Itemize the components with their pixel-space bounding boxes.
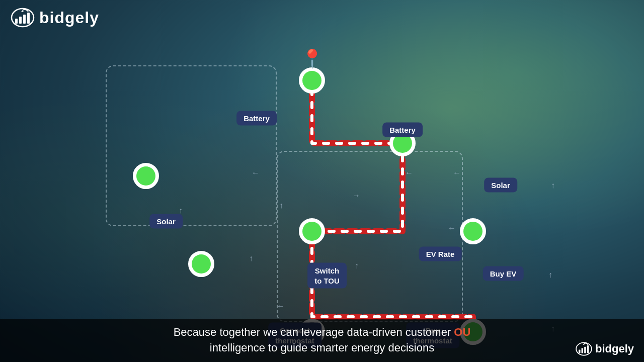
logo-br-icon	[575, 342, 593, 356]
logo-icon	[10, 8, 35, 28]
arrow-6: ↑	[279, 201, 283, 210]
arrow-9: ↑	[249, 254, 253, 263]
label-battery-left: Battery	[236, 111, 277, 126]
logo-br-text: bidgely	[595, 342, 634, 355]
label-solar-left: Solar	[149, 214, 183, 229]
arrow-1: ←	[252, 168, 260, 177]
svg-rect-8	[584, 347, 586, 353]
subtitle-line1: Because together we can leverage data-dr…	[174, 326, 454, 338]
label-switch-tou: Switchto TOU	[307, 263, 347, 289]
arrow-7: ↑	[355, 261, 359, 270]
svg-rect-9	[587, 345, 589, 353]
arrow-8: ←	[277, 302, 285, 311]
arrow-2: →	[352, 191, 360, 200]
node-left1-inner	[136, 166, 155, 186]
node-top	[299, 67, 325, 94]
svg-rect-1	[15, 19, 18, 24]
svg-rect-2	[19, 17, 22, 24]
node-right-mid-inner	[463, 222, 482, 241]
node-left2-inner	[192, 254, 211, 274]
svg-rect-7	[582, 348, 584, 353]
arrow-10: ↑	[551, 181, 555, 190]
location-pin: 📍	[301, 48, 324, 69]
dashed-box-left	[106, 65, 277, 226]
subtitle-text: Because together we can leverage data-dr…	[10, 325, 634, 356]
label-solar-right: Solar	[484, 178, 517, 193]
label-battery-right: Battery	[382, 123, 423, 137]
arrow-4: ←	[453, 168, 461, 177]
map-container: 📍 Battery Battery Solar Solar Switchto T…	[80, 35, 564, 337]
node-left1	[133, 163, 159, 189]
subtitle-line2: intelligence to guide smarter energy dec…	[210, 341, 434, 354]
subtitle-highlight: OU	[454, 326, 470, 338]
logo-topleft: bidgely	[10, 8, 99, 28]
node-right-mid	[460, 218, 486, 244]
svg-rect-4	[27, 13, 30, 24]
label-buy-ev: Buy EV	[483, 266, 524, 281]
arrow-12: ↑	[548, 270, 552, 280]
node-top-inner	[302, 71, 321, 90]
logo-text: bidgely	[39, 9, 99, 27]
node-middle-inner	[302, 222, 321, 241]
subtitle-bar: Because together we can leverage data-dr…	[0, 319, 644, 362]
logo-bottomright: bidgely	[575, 342, 634, 356]
svg-rect-3	[23, 15, 26, 24]
node-middle	[299, 218, 325, 244]
svg-rect-6	[579, 349, 581, 353]
label-ev-rate: EV Rate	[419, 247, 462, 261]
arrow-3: ←	[405, 168, 413, 177]
node-left2	[188, 251, 214, 277]
arrow-11: ←	[448, 224, 456, 233]
